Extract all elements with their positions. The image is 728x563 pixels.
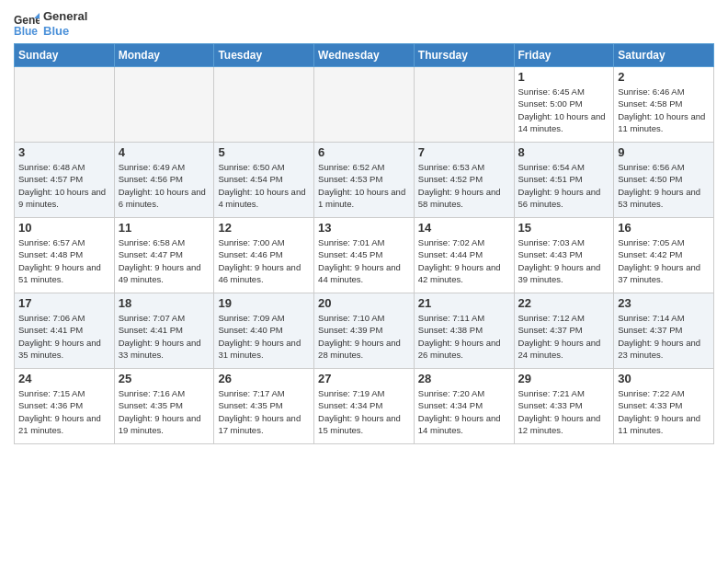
day-info: Sunrise: 7:02 AM Sunset: 4:44 PM Dayligh… [418,236,510,285]
day-number: 20 [318,296,410,310]
calendar-weekday-header: Saturday [614,44,714,67]
day-number: 6 [318,145,410,159]
calendar-weekday-header: Monday [114,44,214,67]
day-info: Sunrise: 6:57 AM Sunset: 4:48 PM Dayligh… [18,236,110,285]
day-number: 1 [518,70,610,84]
day-info: Sunrise: 6:50 AM Sunset: 4:54 PM Dayligh… [218,161,310,210]
calendar-week-row: 10Sunrise: 6:57 AM Sunset: 4:48 PM Dayli… [15,218,714,293]
calendar-cell: 11Sunrise: 6:58 AM Sunset: 4:47 PM Dayli… [114,218,214,293]
calendar-weekday-header: Friday [514,44,614,67]
day-number: 22 [518,296,610,310]
svg-text:Blue: Blue [14,25,38,37]
calendar-cell: 17Sunrise: 7:06 AM Sunset: 4:41 PM Dayli… [15,293,115,369]
calendar-weekday-header: Tuesday [214,44,314,67]
day-info: Sunrise: 7:06 AM Sunset: 4:41 PM Dayligh… [18,312,110,361]
day-info: Sunrise: 6:58 AM Sunset: 4:47 PM Dayligh… [119,236,210,285]
calendar-cell: 8Sunrise: 6:54 AM Sunset: 4:51 PM Daylig… [514,143,614,218]
logo-text-blue: Blue [43,24,87,39]
calendar-cell [314,67,415,143]
calendar-cell [15,67,115,143]
day-info: Sunrise: 7:07 AM Sunset: 4:41 PM Dayligh… [119,312,210,361]
day-info: Sunrise: 7:15 AM Sunset: 4:36 PM Dayligh… [18,387,110,436]
day-number: 19 [218,296,310,310]
calendar-week-row: 3Sunrise: 6:48 AM Sunset: 4:57 PM Daylig… [15,143,714,218]
day-number: 8 [518,145,610,159]
calendar-cell: 6Sunrise: 6:52 AM Sunset: 4:53 PM Daylig… [314,143,415,218]
day-number: 17 [18,296,110,310]
calendar-cell: 9Sunrise: 6:56 AM Sunset: 4:50 PM Daylig… [614,143,714,218]
day-number: 16 [618,221,710,235]
calendar-body: 1Sunrise: 6:45 AM Sunset: 5:00 PM Daylig… [15,67,714,444]
day-number: 4 [119,145,210,159]
day-info: Sunrise: 6:45 AM Sunset: 5:00 PM Dayligh… [518,86,610,134]
calendar-cell: 29Sunrise: 7:21 AM Sunset: 4:33 PM Dayli… [514,369,614,444]
day-number: 27 [318,372,410,385]
day-info: Sunrise: 7:17 AM Sunset: 4:35 PM Dayligh… [218,387,310,436]
day-number: 26 [218,372,310,385]
day-number: 7 [418,145,510,159]
calendar-cell: 23Sunrise: 7:14 AM Sunset: 4:37 PM Dayli… [614,293,714,369]
day-number: 24 [18,372,110,385]
calendar-cell [414,67,514,143]
day-number: 13 [318,221,410,235]
day-info: Sunrise: 7:00 AM Sunset: 4:46 PM Dayligh… [218,236,310,285]
day-info: Sunrise: 7:01 AM Sunset: 4:45 PM Dayligh… [318,236,410,285]
calendar-cell: 19Sunrise: 7:09 AM Sunset: 4:40 PM Dayli… [214,293,314,369]
day-info: Sunrise: 7:20 AM Sunset: 4:34 PM Dayligh… [418,387,510,436]
day-info: Sunrise: 6:46 AM Sunset: 4:58 PM Dayligh… [618,86,710,134]
calendar-cell: 26Sunrise: 7:17 AM Sunset: 4:35 PM Dayli… [214,369,314,444]
day-number: 10 [18,221,110,235]
calendar-weekday-header: Wednesday [314,44,415,67]
calendar-cell: 14Sunrise: 7:02 AM Sunset: 4:44 PM Dayli… [414,218,514,293]
day-info: Sunrise: 6:49 AM Sunset: 4:56 PM Dayligh… [119,161,210,210]
calendar-cell: 4Sunrise: 6:49 AM Sunset: 4:56 PM Daylig… [114,143,214,218]
day-number: 11 [119,221,210,235]
calendar-cell: 7Sunrise: 6:53 AM Sunset: 4:52 PM Daylig… [414,143,514,218]
calendar-cell: 25Sunrise: 7:16 AM Sunset: 4:35 PM Dayli… [114,369,214,444]
day-info: Sunrise: 7:19 AM Sunset: 4:34 PM Dayligh… [318,387,410,436]
calendar-cell: 2Sunrise: 6:46 AM Sunset: 4:58 PM Daylig… [614,67,714,143]
day-info: Sunrise: 6:56 AM Sunset: 4:50 PM Dayligh… [618,161,710,210]
day-number: 18 [119,296,210,310]
calendar-header-row: SundayMondayTuesdayWednesdayThursdayFrid… [15,44,714,67]
calendar-cell: 13Sunrise: 7:01 AM Sunset: 4:45 PM Dayli… [314,218,415,293]
calendar-cell: 28Sunrise: 7:20 AM Sunset: 4:34 PM Dayli… [414,369,514,444]
calendar-cell: 27Sunrise: 7:19 AM Sunset: 4:34 PM Dayli… [314,369,415,444]
logo-text-general: General [43,9,87,24]
calendar-weekday-header: Thursday [414,44,514,67]
calendar-cell [114,67,214,143]
calendar-cell: 15Sunrise: 7:03 AM Sunset: 4:43 PM Dayli… [514,218,614,293]
day-number: 25 [119,372,210,385]
day-info: Sunrise: 6:48 AM Sunset: 4:57 PM Dayligh… [18,161,110,210]
header: General Blue General Blue [14,9,714,38]
calendar-week-row: 1Sunrise: 6:45 AM Sunset: 5:00 PM Daylig… [15,67,714,143]
calendar-cell: 10Sunrise: 6:57 AM Sunset: 4:48 PM Dayli… [15,218,115,293]
calendar-cell: 20Sunrise: 7:10 AM Sunset: 4:39 PM Dayli… [314,293,415,369]
calendar-cell: 24Sunrise: 7:15 AM Sunset: 4:36 PM Dayli… [15,369,115,444]
day-info: Sunrise: 7:14 AM Sunset: 4:37 PM Dayligh… [618,312,710,361]
day-number: 15 [518,221,610,235]
day-info: Sunrise: 7:11 AM Sunset: 4:38 PM Dayligh… [418,312,510,361]
day-number: 28 [418,372,510,385]
day-number: 5 [218,145,310,159]
day-info: Sunrise: 7:21 AM Sunset: 4:33 PM Dayligh… [518,387,610,436]
calendar-cell: 12Sunrise: 7:00 AM Sunset: 4:46 PM Dayli… [214,218,314,293]
day-number: 12 [218,221,310,235]
day-info: Sunrise: 7:16 AM Sunset: 4:35 PM Dayligh… [119,387,210,436]
day-info: Sunrise: 6:52 AM Sunset: 4:53 PM Dayligh… [318,161,410,210]
calendar-cell: 21Sunrise: 7:11 AM Sunset: 4:38 PM Dayli… [414,293,514,369]
calendar-cell: 18Sunrise: 7:07 AM Sunset: 4:41 PM Dayli… [114,293,214,369]
calendar-cell: 30Sunrise: 7:22 AM Sunset: 4:33 PM Dayli… [614,369,714,444]
day-number: 2 [618,70,710,84]
day-number: 9 [618,145,710,159]
calendar-cell: 16Sunrise: 7:05 AM Sunset: 4:42 PM Dayli… [614,218,714,293]
calendar-week-row: 24Sunrise: 7:15 AM Sunset: 4:36 PM Dayli… [15,369,714,444]
day-info: Sunrise: 7:05 AM Sunset: 4:42 PM Dayligh… [618,236,710,285]
day-number: 14 [418,221,510,235]
calendar-cell [214,67,314,143]
day-info: Sunrise: 7:03 AM Sunset: 4:43 PM Dayligh… [518,236,610,285]
day-info: Sunrise: 6:54 AM Sunset: 4:51 PM Dayligh… [518,161,610,210]
day-info: Sunrise: 7:22 AM Sunset: 4:33 PM Dayligh… [618,387,710,436]
calendar-cell: 3Sunrise: 6:48 AM Sunset: 4:57 PM Daylig… [15,143,115,218]
day-number: 30 [618,372,710,385]
